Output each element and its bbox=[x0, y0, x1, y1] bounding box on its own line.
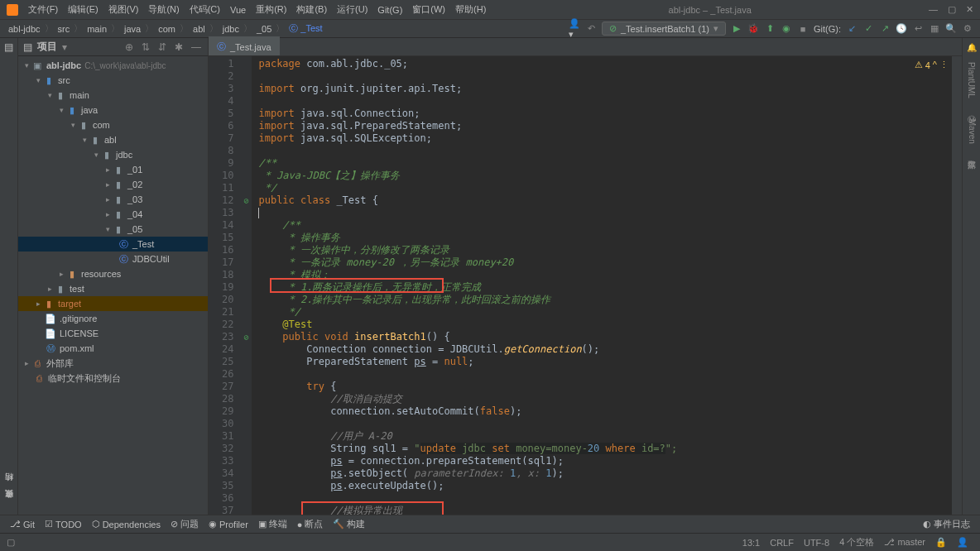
expand-all-icon[interactable]: ⇅ bbox=[142, 41, 153, 53]
tree-test-file[interactable]: ⓒ_Test bbox=[18, 237, 208, 252]
right-tool-gutter: 🔔 PlantUML Ⓜ Maven 数据库 bbox=[962, 38, 980, 515]
code-content[interactable]: package com.abl.jdbc._05; import org.jun… bbox=[252, 56, 962, 515]
tree-external[interactable]: ▸⎙外部库 bbox=[18, 356, 208, 371]
editor-scrollbar[interactable] bbox=[952, 56, 962, 515]
menu-run[interactable]: 运行(U) bbox=[332, 3, 372, 16]
crumb-jdbc[interactable]: jdbc bbox=[221, 24, 241, 34]
eventlog-toolwindow[interactable]: ◐ 事件日志 bbox=[918, 518, 975, 530]
tab-test-java[interactable]: ⓒ _Test.java bbox=[209, 36, 280, 55]
git-update-icon[interactable]: ↙ bbox=[846, 23, 858, 35]
tree-target[interactable]: ▸▮target bbox=[18, 296, 208, 311]
tree-abl[interactable]: ▾▮abl bbox=[18, 132, 208, 147]
tree-gitignore[interactable]: 📄.gitignore bbox=[18, 311, 208, 326]
inspections-badge[interactable]: ⚠ 4 ^ ⋮ bbox=[915, 60, 949, 70]
encoding[interactable]: UTF-8 bbox=[799, 538, 834, 548]
profiler-toolwindow[interactable]: ◉ Profiler bbox=[204, 519, 253, 529]
maximize-icon[interactable]: ▢ bbox=[948, 4, 956, 15]
todo-toolwindow[interactable]: ☑ TODO bbox=[40, 519, 87, 529]
project-tool-icon[interactable]: ▤ bbox=[4, 41, 13, 53]
menu-git[interactable]: Git(G) bbox=[372, 5, 407, 15]
tree-resources[interactable]: ▸▮resources bbox=[18, 266, 208, 281]
crumb-class[interactable]: ⓒ _Test bbox=[287, 22, 324, 35]
breakpoints-toolwindow[interactable]: ● 断点 bbox=[292, 518, 329, 530]
memory-icon[interactable]: 👤 bbox=[952, 537, 973, 548]
caret-position[interactable]: 13:1 bbox=[737, 538, 765, 548]
close-icon[interactable]: ✕ bbox=[966, 4, 973, 15]
menu-window[interactable]: 窗口(W) bbox=[407, 3, 450, 16]
select-opened-icon[interactable]: ⊕ bbox=[125, 41, 137, 53]
structure-tab[interactable]: 结构 bbox=[3, 483, 15, 493]
git-commit-icon[interactable]: ✓ bbox=[862, 23, 874, 35]
menu-build[interactable]: 构建(B) bbox=[291, 3, 332, 16]
code-editor[interactable]: 1234567891011121314151617181920212223242… bbox=[209, 56, 962, 515]
stop-icon[interactable]: ■ bbox=[797, 23, 809, 35]
tree-com[interactable]: ▾▮com bbox=[18, 117, 208, 132]
project-dropdown-icon[interactable]: ▤ bbox=[23, 41, 32, 53]
git-toolwindow[interactable]: ⎇ Git bbox=[5, 519, 40, 529]
tree-license[interactable]: 📄LICENSE bbox=[18, 326, 208, 341]
settings-tree-icon[interactable]: ✱ bbox=[175, 41, 186, 53]
plantuml-tab[interactable]: PlantUML bbox=[967, 62, 976, 98]
crumb-com[interactable]: com bbox=[156, 24, 177, 34]
tool-window-toggle-icon[interactable]: ▢ bbox=[7, 537, 15, 548]
notifications-icon[interactable]: 🔔 bbox=[967, 43, 977, 52]
profile-icon[interactable]: ◉ bbox=[781, 23, 792, 35]
lock-icon[interactable]: 🔒 bbox=[930, 537, 952, 548]
hide-icon[interactable]: — bbox=[191, 41, 203, 53]
structure-icon[interactable]: ▦ bbox=[929, 23, 940, 35]
tree-util-file[interactable]: ⓒJDBCUtil bbox=[18, 252, 208, 266]
tree-test[interactable]: ▸▮test bbox=[18, 281, 208, 296]
run-icon[interactable]: ▶ bbox=[731, 23, 742, 35]
git-history-icon[interactable]: 🕓 bbox=[896, 23, 907, 35]
git-revert-icon[interactable]: ↩ bbox=[912, 23, 924, 35]
search-icon[interactable]: 🔍 bbox=[945, 23, 957, 35]
settings-icon[interactable]: ⚙ bbox=[962, 23, 973, 35]
run-gutter-method[interactable]: ⊘ bbox=[240, 331, 252, 343]
line-separator[interactable]: CRLF bbox=[765, 538, 799, 548]
git-push-icon[interactable]: ↗ bbox=[879, 23, 891, 35]
menu-view[interactable]: 视图(V) bbox=[103, 3, 144, 16]
user-icon[interactable]: 👤▾ bbox=[569, 23, 580, 35]
deps-toolwindow[interactable]: ⬡ Dependencies bbox=[87, 519, 166, 529]
problems-toolwindow[interactable]: ⊘ 问题 bbox=[166, 518, 204, 530]
run-gutter-class[interactable]: ⊘ bbox=[240, 194, 252, 207]
menu-help[interactable]: 帮助(H) bbox=[450, 3, 491, 16]
collapse-all-icon[interactable]: ⇵ bbox=[158, 41, 170, 53]
menu-edit[interactable]: 编辑(E) bbox=[63, 3, 103, 16]
tree-p03[interactable]: ▸▮_03 bbox=[18, 192, 208, 207]
crumb-java[interactable]: java bbox=[122, 24, 142, 34]
menu-navigate[interactable]: 导航(N) bbox=[143, 3, 184, 16]
back-icon[interactable]: ↶ bbox=[585, 23, 597, 35]
tree-src[interactable]: ▾▮src bbox=[18, 73, 208, 88]
crumb-abl[interactable]: abl bbox=[191, 24, 207, 34]
tree-p01[interactable]: ▸▮_01 bbox=[18, 162, 208, 177]
menu-file[interactable]: 文件(F) bbox=[23, 3, 63, 16]
debug-icon[interactable]: 🐞 bbox=[747, 23, 759, 35]
tree-java[interactable]: ▾▮java bbox=[18, 103, 208, 117]
crumb-05[interactable]: _05 bbox=[255, 24, 273, 34]
favorites-tab[interactable]: 收藏夹 bbox=[3, 500, 15, 510]
tree-main[interactable]: ▾▮main bbox=[18, 88, 208, 103]
tree-p04[interactable]: ▸▮_04 bbox=[18, 207, 208, 222]
coverage-icon[interactable]: ⬆ bbox=[764, 23, 776, 35]
project-tree[interactable]: ▾▣abl-jdbcC:\_work\java\abl-jdbc ▾▮src ▾… bbox=[18, 56, 208, 515]
tree-p05[interactable]: ▾▮_05 bbox=[18, 222, 208, 237]
menu-refactor[interactable]: 重构(R) bbox=[251, 3, 291, 16]
menu-code[interactable]: 代码(C) bbox=[185, 3, 225, 16]
menu-vue[interactable]: Vue bbox=[225, 5, 251, 15]
crumb-src[interactable]: src bbox=[56, 24, 72, 34]
run-config-selector[interactable]: ⊘ _Test.insertBatch1 (1) ▾ bbox=[602, 22, 726, 36]
terminal-toolwindow[interactable]: ▣ 终端 bbox=[253, 518, 292, 530]
tree-p02[interactable]: ▸▮_02 bbox=[18, 177, 208, 192]
tree-scratch[interactable]: ⎙临时文件和控制台 bbox=[18, 371, 208, 386]
crumb-project[interactable]: abl-jdbc bbox=[7, 24, 42, 34]
maven-tab[interactable]: Ⓜ Maven bbox=[966, 108, 978, 144]
tree-jdbc[interactable]: ▾▮jdbc bbox=[18, 147, 208, 162]
build-toolwindow[interactable]: 🔨 构建 bbox=[328, 518, 370, 530]
tree-root[interactable]: ▾▣abl-jdbcC:\_work\java\abl-jdbc bbox=[18, 58, 208, 73]
git-branch[interactable]: ⎇ master bbox=[879, 537, 930, 548]
crumb-main[interactable]: main bbox=[85, 24, 108, 34]
indent[interactable]: 4 个空格 bbox=[834, 536, 879, 549]
tree-pom[interactable]: Ⓜpom.xml bbox=[18, 341, 208, 356]
minimize-icon[interactable]: ― bbox=[929, 4, 938, 15]
